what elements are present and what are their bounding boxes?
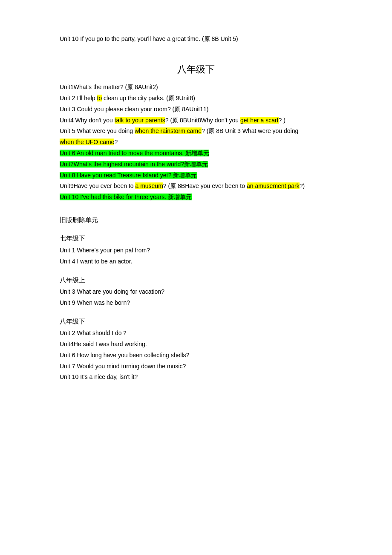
unit5-highlight1: when the rainstorm came bbox=[135, 127, 202, 134]
deleted-8b-unit7: Unit 7 Would you mind turning down the m… bbox=[60, 363, 186, 370]
unit-line: Unit 6 How long have you been collecting… bbox=[60, 350, 332, 361]
unit-line: Unit 9 When was he born? bbox=[60, 298, 332, 308]
top-unit: Unit 10 If you go to the party, you'll h… bbox=[60, 34, 332, 44]
unit-line: Unit 7 Would you mind turning down the m… bbox=[60, 361, 332, 372]
unit-line: Unit 4 I want to be an actor. bbox=[60, 257, 332, 267]
deleted-7b-unit1: Unit 1 Where's your pen pal from? bbox=[60, 247, 150, 254]
unit5-highlight2: when the UFO came bbox=[60, 139, 114, 145]
unit4-post: ? ) bbox=[279, 117, 285, 124]
unit1-text: Unit1What's the matter? (原 8AUnit2) bbox=[60, 84, 158, 90]
subsection-title-7b: 七年级下 bbox=[60, 233, 332, 244]
deleted-7b-unit4: Unit 4 I want to be an actor. bbox=[60, 258, 132, 265]
unit2-pre: Unit 2 I'll help bbox=[60, 95, 97, 101]
unit4-mid: ? (原 8BUnit8Why don't you bbox=[165, 117, 240, 124]
unit10-text: Unit 10 I've had this bike for three yea… bbox=[60, 194, 192, 200]
unit9-mid: ? (原 8BHave you ever been to bbox=[163, 182, 247, 189]
unit7-text: Unit7What's the highest mountain in the … bbox=[60, 161, 208, 168]
deleted-8b-unit10: Unit 10 It's a nice day, isn't it? bbox=[60, 373, 138, 380]
unit9-highlight1: a museum bbox=[135, 182, 163, 189]
unit-line: Unit1What's the matter? (原 8AUnit2) bbox=[60, 82, 332, 92]
top-unit-text: Unit 10 If you go to the party, you'll h… bbox=[60, 35, 238, 42]
unit9-highlight2: an amusement park bbox=[247, 182, 300, 189]
unit-line: Unit9Have you ever been to a museum? (原 … bbox=[60, 181, 332, 191]
unit-line: Unit4 Why don't you talk to your parents… bbox=[60, 116, 332, 126]
unit4-pre: Unit4 Why don't you bbox=[60, 117, 115, 124]
subsection-title-8b: 八年级下 bbox=[60, 316, 332, 327]
deleted-8b-unit6: Unit 6 How long have you been collecting… bbox=[60, 352, 189, 358]
unit-line: Unit4He said I was hard working. bbox=[60, 339, 332, 350]
deleted-section: 旧版删除单元 七年级下 Unit 1 Where's your pen pal … bbox=[60, 214, 332, 382]
unit-line: Unit 2 I'll help to clean up the city pa… bbox=[60, 93, 332, 104]
deleted-8a-unit9: Unit 9 When was he born? bbox=[60, 299, 130, 306]
unit-line: Unit 3 Could you please clean your room?… bbox=[60, 104, 332, 115]
unit-line: Unit 3 What are you doing for vacation? bbox=[60, 287, 332, 297]
unit6-text: Unit 6 An old man tried to move the moun… bbox=[60, 150, 209, 156]
unit-line: Unit 5 What were you doing when the rain… bbox=[60, 126, 332, 136]
unit-line: Unit 8 Have you read Treasure Island yet… bbox=[60, 171, 332, 181]
deleted-8b-unit2: Unit 2 What should I do？ bbox=[60, 330, 128, 336]
deleted-8b-unit4: Unit4He said I was hard working. bbox=[60, 341, 147, 347]
unit2-post: clean up the city parks. (原 9Unit8) bbox=[102, 95, 195, 101]
main-section: 八年级下 Unit1What's the matter? (原 8AUnit2)… bbox=[60, 61, 332, 202]
unit-line: when the UFO came? bbox=[60, 137, 332, 147]
unit5-mid: ? (原 8B Unit 3 What were you doing bbox=[202, 127, 298, 134]
unit4-highlight1: talk to your parents bbox=[115, 117, 165, 124]
unit-line: Unit 10 It's a nice day, isn't it? bbox=[60, 372, 332, 382]
deleted-8a-unit3: Unit 3 What are you doing for vacation? bbox=[60, 288, 164, 295]
unit9-pre: Unit9Have you ever been to bbox=[60, 182, 135, 189]
unit8-text: Unit 8 Have you read Treasure Island yet… bbox=[60, 172, 197, 179]
unit5-pre: Unit 5 What were you doing bbox=[60, 127, 135, 134]
unit9-post: ?) bbox=[300, 182, 305, 189]
unit-line: Unit 10 I've had this bike for three yea… bbox=[60, 192, 332, 202]
unit3-text: Unit 3 Could you please clean your room?… bbox=[60, 106, 208, 113]
deleted-section-title: 旧版删除单元 bbox=[60, 214, 332, 225]
section-title: 八年级下 bbox=[60, 61, 332, 77]
unit2-highlight: to bbox=[97, 95, 102, 101]
unit-line: Unit 6 An old man tried to move the moun… bbox=[60, 148, 332, 159]
unit4-highlight2: get her a scarf bbox=[240, 117, 279, 124]
unit5-post: ? bbox=[114, 139, 118, 145]
unit-line: Unit 1 Where's your pen pal from? bbox=[60, 246, 332, 256]
unit-line: Unit7What's the highest mountain in the … bbox=[60, 159, 332, 170]
subsection-title-8a: 八年级上 bbox=[60, 275, 332, 286]
unit-line: Unit 2 What should I do？ bbox=[60, 328, 332, 338]
